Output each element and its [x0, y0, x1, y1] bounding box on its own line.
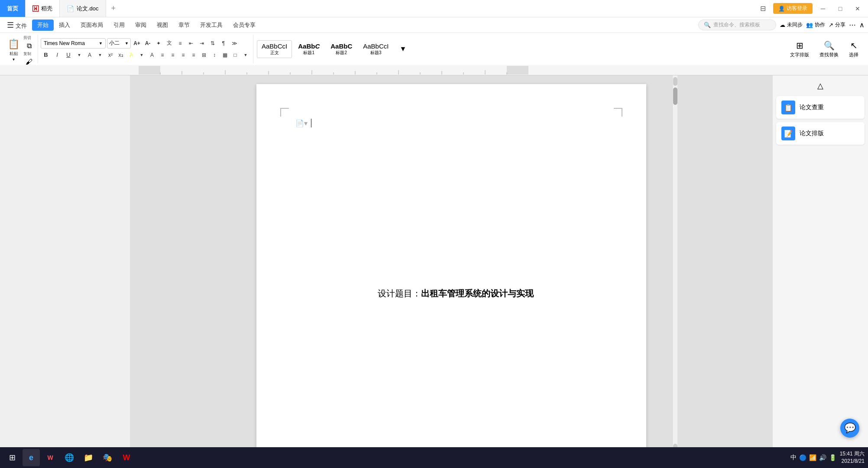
clock-date: 2021/8/21 — [840, 458, 865, 465]
collab-icon: 👥 — [806, 22, 813, 28]
font-name-selector[interactable]: Times New Roma ▼ — [41, 38, 106, 49]
shade-btn[interactable]: ▦ — [220, 50, 230, 60]
grid-view-icon[interactable]: ⊟ — [756, 2, 770, 16]
float-action-button[interactable]: 💬 — [840, 419, 859, 438]
wps-icon: 🅆 — [32, 5, 39, 12]
style-normal[interactable]: AaBbCcI 正文 — [257, 40, 292, 58]
start-button[interactable]: ⊞ — [3, 449, 21, 466]
superscript-btn[interactable]: x² — [106, 50, 115, 60]
align-center-btn[interactable]: ≡ — [168, 50, 178, 60]
copy-button[interactable]: ⧉ — [23, 42, 35, 50]
vertical-scrollbar[interactable] — [672, 75, 677, 454]
find-replace-button[interactable]: 🔍 查找替换 — [816, 39, 842, 60]
scroll-up-button[interactable] — [673, 77, 677, 86]
indent-inc-button[interactable]: ⇥ — [197, 39, 207, 48]
ribbon-search[interactable]: 🔍 查找命令、搜索模板 — [698, 20, 776, 30]
paper-check-card[interactable]: 📋 论文查重 — [776, 96, 865, 119]
sort-button[interactable]: ⇅ — [208, 39, 217, 48]
ribbon-tab-start[interactable]: 开始 — [32, 20, 54, 31]
bold-button[interactable]: B — [41, 50, 51, 60]
tab-home[interactable]: 首页 — [0, 0, 26, 17]
style-h2[interactable]: AaBbC 标题2 — [326, 40, 357, 58]
style-h3-label: 标题3 — [363, 50, 389, 56]
more-options-button[interactable]: ⋯ — [849, 21, 856, 29]
justify-btn[interactable]: ≡ — [189, 50, 198, 60]
phonetic-button[interactable]: 文 — [165, 39, 174, 48]
select-button[interactable]: ↖ 选择 — [845, 39, 862, 60]
ribbon-tab-insert[interactable]: 插入 — [54, 20, 75, 31]
subscript-btn[interactable]: x₂ — [116, 50, 126, 60]
style-h2-preview: AaBbC — [330, 42, 352, 50]
browser2-button[interactable]: 🌐 — [61, 449, 78, 466]
paste-button[interactable]: 📋 粘贴 ▼ — [5, 37, 22, 61]
ribbon-tab-devtools[interactable]: 开发工具 — [195, 20, 228, 31]
browser-button[interactable]: e — [23, 449, 40, 466]
close-button[interactable]: ✕ — [851, 2, 865, 16]
ribbon-tab-chapter[interactable]: 章节 — [173, 20, 195, 31]
more-button[interactable]: ≫ — [230, 39, 239, 48]
collapse-ribbon-button[interactable]: ∧ — [859, 21, 865, 29]
border-arrow[interactable]: ▼ — [241, 50, 250, 60]
font-size-selector[interactable]: 小二 ▼ — [107, 38, 131, 49]
document-page[interactable]: 📄▾ 设计题目：出租车管理系统的设计与实现 — [256, 84, 646, 454]
collab-button[interactable]: 👥 协作 — [806, 21, 825, 29]
style-h3[interactable]: AaBbCcI 标题3 — [358, 40, 393, 58]
line-spacing-btn[interactable]: ↕ — [210, 50, 219, 60]
cut-button[interactable]: ✂ — [23, 33, 35, 34]
sidebar-collapse-button[interactable]: △ — [776, 79, 865, 93]
align-left-btn[interactable]: ≡ — [158, 50, 167, 60]
canvas-area[interactable]: 📄▾ 设计题目：出租车管理系统的设计与实现 — [130, 75, 773, 454]
tab-wps[interactable]: 🅆 稻壳 — [26, 0, 60, 17]
style-h1[interactable]: AaBbC 标题1 — [293, 40, 324, 58]
font-grow-button[interactable]: A+ — [132, 39, 142, 48]
battery-icon[interactable]: 🔋 — [829, 454, 836, 461]
explorer-button[interactable]: 📁 — [80, 449, 97, 466]
wps-taskbar-button[interactable]: W — [42, 449, 59, 466]
para-mark-button[interactable]: ¶ — [219, 39, 228, 48]
style-more[interactable]: ▼ — [395, 43, 411, 55]
clock[interactable]: 15:41 周六 2021/8/21 — [840, 450, 865, 465]
volume-icon[interactable]: 🔊 — [819, 454, 826, 461]
share-button[interactable]: ↗ 分享 — [829, 21, 845, 29]
ribbon-tab-member[interactable]: 会员专享 — [228, 20, 261, 31]
align-right-btn[interactable]: ≡ — [178, 50, 188, 60]
indent-dec-button[interactable]: ⇤ — [186, 39, 196, 48]
clear-format-button[interactable]: ✦ — [154, 39, 163, 48]
style-h1-preview: AaBbC — [298, 42, 320, 50]
network-icon[interactable]: 📶 — [809, 454, 816, 461]
format-brush-button[interactable]: 🖌 — [23, 58, 35, 65]
doc-float-icon[interactable]: 📄▾ — [295, 119, 308, 127]
font-color-arrow[interactable]: ▼ — [95, 50, 105, 60]
add-tab-button[interactable]: + — [106, 0, 121, 17]
app5-button[interactable]: 🎭 — [99, 449, 116, 466]
italic-button[interactable]: I — [52, 50, 62, 60]
maximize-button[interactable]: □ — [833, 2, 847, 16]
paper-format-card[interactable]: 📝 论文排版 — [776, 122, 865, 145]
bluetooth-icon[interactable]: 🔵 — [799, 454, 806, 461]
app6-button[interactable]: W — [118, 449, 135, 466]
underline-style-arrow[interactable]: ▼ — [74, 50, 84, 60]
ribbon-tab-layout[interactable]: 页面布局 — [75, 20, 108, 31]
font-color-btn[interactable]: A — [85, 50, 94, 60]
ribbon-tab-view[interactable]: 视图 — [152, 20, 173, 31]
minimize-button[interactable]: ─ — [816, 2, 830, 16]
share-label: 分享 — [835, 21, 845, 29]
border-btn[interactable]: □ — [230, 50, 240, 60]
sync-button[interactable]: ☁ 未同步 — [780, 21, 803, 29]
scrollbar-track[interactable] — [673, 86, 677, 444]
input-method-icon[interactable]: 中 — [790, 454, 797, 462]
highlight-btn[interactable]: A — [126, 50, 136, 60]
highlight-arrow[interactable]: ▼ — [137, 50, 146, 60]
ribbon-tab-ref[interactable]: 引用 — [108, 20, 130, 31]
underline-button[interactable]: U — [63, 50, 74, 60]
char-shading-btn[interactable]: A — [147, 50, 157, 60]
font-shrink-button[interactable]: A- — [143, 39, 152, 48]
scrollbar-thumb[interactable] — [673, 88, 677, 105]
ribbon-tab-review[interactable]: 审阅 — [130, 20, 152, 31]
list-button[interactable]: ≡ — [175, 39, 185, 48]
tab-doc[interactable]: 📄 论文.doc — [60, 0, 106, 17]
table-btn[interactable]: ⊞ — [199, 50, 209, 60]
ribbon-tab-file[interactable]: ☰ 文件 — [2, 19, 32, 32]
text-layout-button[interactable]: ⊞ 文字排版 — [787, 39, 813, 60]
visitor-login-button[interactable]: 👤 访客登录 — [773, 3, 813, 14]
